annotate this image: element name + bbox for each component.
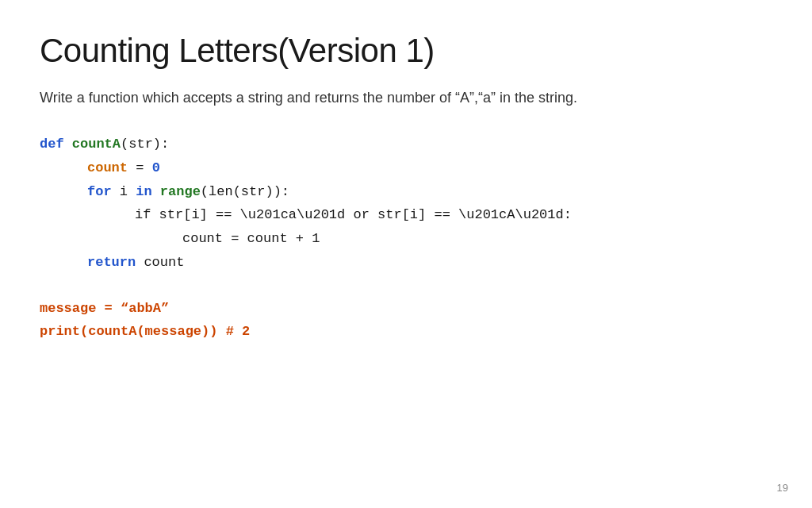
page-title: Counting Letters(Version 1) — [40, 32, 772, 70]
keyword-for: for — [87, 180, 112, 204]
keyword-in: in — [136, 180, 151, 204]
code-i: i — [112, 180, 136, 204]
code-line-4: if str[i] == \u201ca\u201d or str[i] == … — [135, 203, 772, 227]
func-range: range — [160, 180, 201, 204]
keyword-return: return — [87, 251, 136, 275]
code-line-2: count = 0 — [87, 156, 772, 180]
var-count: count — [87, 156, 128, 180]
code-line-6: return count — [87, 251, 772, 275]
code-if: if str[i] == \u201ca\u201d or str[i] == … — [135, 203, 572, 227]
code-return-count: count — [136, 251, 184, 275]
function-name: countA — [72, 133, 121, 156]
code-line-1: def countA (str): — [40, 133, 772, 156]
description: Write a function which accepts a string … — [40, 87, 722, 109]
code-line-3: for i in range (len(str)): — [87, 180, 772, 204]
slide: Counting Letters(Version 1) Write a func… — [0, 0, 812, 508]
page-number: 19 — [777, 482, 788, 494]
code-line-5: count = count + 1 — [182, 227, 772, 251]
bottom-line-2: print(countA(message)) # 2 — [40, 320, 772, 344]
keyword-def: def — [40, 133, 72, 156]
code-count-assign: count = count + 1 — [182, 227, 320, 251]
code-block: def countA (str): count = 0 for i in ran… — [40, 133, 772, 275]
code-assign: = — [128, 156, 152, 180]
bottom-code-block: message = “abbA” print(countA(message)) … — [40, 297, 772, 344]
code-space — [152, 180, 160, 204]
code-params: (str): — [121, 133, 169, 156]
code-len: (len(str)): — [201, 180, 289, 204]
code-zero: 0 — [152, 156, 160, 180]
bottom-line-1: message = “abbA” — [40, 297, 772, 321]
